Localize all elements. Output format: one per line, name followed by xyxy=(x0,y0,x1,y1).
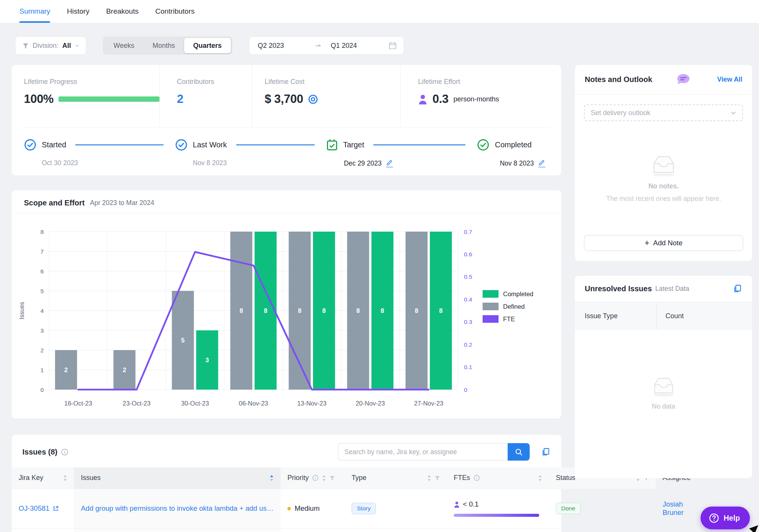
svg-text:27-Nov-23: 27-Nov-23 xyxy=(414,400,443,407)
unresolved-empty-state: No data xyxy=(575,330,752,478)
svg-text:0.7: 0.7 xyxy=(464,229,472,235)
latest-data-label: Latest Data xyxy=(655,285,690,293)
calendar-check-icon xyxy=(326,139,338,151)
milestone-label: Last Work xyxy=(193,140,227,149)
division-filter-button[interactable]: Division: All xyxy=(15,36,86,55)
milestone-date: Nov 8 2023 xyxy=(500,159,545,167)
sort-icon[interactable] xyxy=(427,475,431,481)
issues-table-card: Issues (8) Jira Key xyxy=(12,435,561,532)
search-button[interactable] xyxy=(508,443,530,461)
lifetime-progress-bar xyxy=(58,96,159,102)
period-option-weeks[interactable]: Weeks xyxy=(104,38,144,53)
issues-title: Issues (8) xyxy=(22,448,57,456)
summary-stats-card: Lifetime Progress 100% Contributors 2 Li… xyxy=(12,65,561,175)
svg-text:0.2: 0.2 xyxy=(464,341,472,348)
filter-funnel-icon xyxy=(22,43,29,49)
svg-text:2: 2 xyxy=(123,366,126,373)
chart-date-range: Apr 2023 to Mar 2024 xyxy=(90,199,154,207)
svg-text:0.6: 0.6 xyxy=(464,251,472,257)
period-option-quarters[interactable]: Quarters xyxy=(184,38,231,53)
jira-key-link[interactable]: OJ-30581 xyxy=(19,504,49,513)
add-note-button[interactable]: + Add Note xyxy=(584,235,743,251)
column-header-jira-key[interactable]: Jira Key xyxy=(12,467,74,489)
svg-text:8: 8 xyxy=(40,229,44,235)
date-range-picker[interactable]: Q2 2023 ⇀ Q1 2024 xyxy=(249,36,404,55)
contributors-value: 2 xyxy=(177,92,183,106)
column-header-issues[interactable]: Issues xyxy=(74,467,281,489)
period-months-label: Months xyxy=(153,42,175,50)
issues-search-input[interactable] xyxy=(338,443,508,461)
unresolved-panel-title: Unresolved Issues xyxy=(585,284,652,293)
svg-text:16-Oct-23: 16-Oct-23 xyxy=(64,400,92,407)
help-label: Help xyxy=(724,514,740,523)
period-option-months[interactable]: Months xyxy=(144,38,184,53)
svg-text:8: 8 xyxy=(439,307,442,314)
svg-text:8: 8 xyxy=(322,307,326,314)
sort-icon[interactable] xyxy=(322,475,326,481)
svg-text:2: 2 xyxy=(40,347,44,354)
svg-text:3: 3 xyxy=(205,357,209,363)
svg-text:8: 8 xyxy=(240,307,243,314)
svg-text:0: 0 xyxy=(464,387,467,393)
copy-table-button[interactable] xyxy=(541,447,551,457)
empty-tray-icon xyxy=(650,375,678,397)
type-badge: Story xyxy=(352,503,376,514)
column-header-priority[interactable]: Priority xyxy=(281,467,345,489)
edit-completed-date-button[interactable] xyxy=(538,159,545,167)
stat-label: Contributors xyxy=(177,78,252,86)
unresolved-issues-panel: Unresolved Issues Latest Data Issue Type… xyxy=(575,276,752,478)
tab-contributors-label: Contributors xyxy=(155,7,195,16)
svg-text:3: 3 xyxy=(40,327,44,334)
tab-history-label: History xyxy=(67,7,89,16)
sort-icon[interactable] xyxy=(63,475,67,481)
svg-text:Issues: Issues xyxy=(19,302,25,319)
copy-panel-button[interactable] xyxy=(733,284,742,294)
priority-value: Medium xyxy=(295,504,320,513)
column-header-type[interactable]: Type xyxy=(345,467,447,489)
tab-history[interactable]: History xyxy=(67,0,89,23)
tab-breakouts[interactable]: Breakouts xyxy=(106,0,139,23)
check-circle-icon xyxy=(477,139,489,151)
milestone-connector xyxy=(373,144,465,145)
stat-lifetime-progress: Lifetime Progress 100% xyxy=(12,65,159,127)
copy-icon xyxy=(733,284,742,294)
range-arrow-icon: ⇀ xyxy=(316,42,321,50)
column-header-issue-type: Issue Type xyxy=(575,302,656,330)
stat-lifetime-effort: Lifetime Effort 0.3 person-months xyxy=(400,65,561,127)
issues-table: Jira Key Issues Priority Type FTEs xyxy=(12,467,656,532)
info-icon xyxy=(312,475,319,481)
svg-text:Completed: Completed xyxy=(503,290,533,297)
filter-icon[interactable] xyxy=(330,475,335,481)
filter-icon[interactable] xyxy=(435,475,440,481)
assignee-link[interactable]: Josiah Bruner xyxy=(663,500,684,516)
tab-contributors[interactable]: Contributors xyxy=(155,0,195,23)
main-content: Lifetime Progress 100% Contributors 2 Li… xyxy=(0,65,759,532)
sort-icon-active-asc[interactable] xyxy=(270,475,274,481)
lifetime-progress-value: 100% xyxy=(24,92,54,106)
info-icon[interactable] xyxy=(61,448,68,456)
division-label: Division: xyxy=(33,42,58,50)
edit-target-date-button[interactable] xyxy=(386,159,393,167)
milestone-timeline: Started Oct 30 2023 Last Work Nov 8 2023 xyxy=(12,128,561,167)
svg-text:8: 8 xyxy=(298,307,301,314)
external-link-icon[interactable] xyxy=(53,505,59,511)
delivery-outlook-select[interactable]: Set delivery outlook xyxy=(584,104,743,121)
issue-title-link[interactable]: Add group with permissions to invoke okt… xyxy=(81,504,274,513)
tab-summary[interactable]: Summary xyxy=(19,0,50,23)
sort-icon[interactable] xyxy=(538,475,542,481)
fte-progress-bar xyxy=(454,514,539,517)
person-icon xyxy=(454,501,460,508)
stat-lifetime-cost: Lifetime Cost $ 3,700 xyxy=(252,65,400,127)
chevron-down-icon xyxy=(731,110,736,116)
svg-text:1: 1 xyxy=(40,367,44,373)
no-notes-text: No notes. xyxy=(649,182,679,190)
top-tab-bar: Summary History Breakouts Contributors xyxy=(0,0,759,23)
svg-text:06-Nov-23: 06-Nov-23 xyxy=(239,400,268,407)
no-notes-subtext: The most recent ones will appear here. xyxy=(606,195,721,203)
svg-text:2: 2 xyxy=(64,366,68,373)
help-button[interactable]: Help xyxy=(701,507,750,529)
column-header-ftes[interactable]: FTEs xyxy=(447,467,549,489)
view-all-notes-link[interactable]: View All xyxy=(717,76,742,84)
lifetime-effort-unit: person-months xyxy=(453,95,499,103)
scope-effort-chart-svg: 01234567800.10.20.30.40.50.60.7Issues216… xyxy=(16,214,547,418)
